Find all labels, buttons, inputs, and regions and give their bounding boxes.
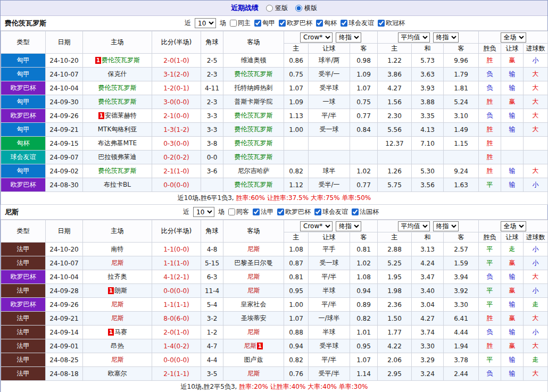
league-filter[interactable]: 匈杯 (316, 19, 337, 28)
team-cell[interactable]: 费伦茨瓦罗斯 (223, 109, 284, 123)
team-link[interactable]: 保克什 (108, 70, 127, 78)
league-filter[interactable]: 欧罗巴杯 (279, 19, 312, 28)
team-link[interactable]: 费伦茨瓦罗斯 (235, 112, 273, 119)
team-link[interactable]: MTK匈格利亚 (98, 126, 137, 133)
team-link[interactable]: 费伦茨瓦罗斯 (235, 139, 273, 147)
team-link[interactable]: 尼尔吉哈萨 (238, 167, 270, 174)
team-link[interactable]: 皇家社会 (241, 301, 267, 308)
team-cell[interactable]: 布拉卡BL (83, 178, 152, 192)
league-filter-checkbox[interactable] (279, 20, 286, 27)
team-cell[interactable]: 费伦茨瓦罗斯 (223, 178, 284, 192)
team-link[interactable]: 昂热 (111, 342, 124, 349)
team-cell[interactable]: 尼斯 (223, 326, 284, 339)
team-cell[interactable]: 巴黎圣日尔曼 (223, 256, 284, 270)
team-link[interactable]: 南特 (111, 245, 124, 253)
team-cell[interactable]: 尼斯 (83, 353, 152, 367)
team-cell[interactable]: 尼斯1 (223, 339, 284, 353)
scope-select[interactable]: 全场 (501, 221, 526, 231)
team-link[interactable]: 图卢兹 (244, 356, 263, 363)
league-filter-checkbox[interactable] (378, 20, 385, 27)
league-filter-checkbox[interactable] (316, 20, 323, 27)
team-cell[interactable]: 尼斯 (223, 270, 284, 284)
team-link[interactable]: 维迪奥顿 (241, 56, 267, 64)
league-filter-checkbox[interactable] (254, 20, 261, 27)
team-cell[interactable]: 1马赛 (83, 326, 152, 339)
league-filter[interactable]: 欧冠杯 (378, 19, 405, 28)
same-venue-checkbox[interactable] (230, 20, 237, 27)
team-cell[interactable]: 尼尔吉哈萨 (223, 164, 284, 178)
team-cell[interactable]: 费伦茨瓦罗斯 (223, 137, 284, 151)
league-filter-checkbox[interactable] (352, 208, 359, 215)
league-filter[interactable]: 法甲 (253, 207, 273, 216)
team-cell[interactable]: 南特 (83, 243, 152, 256)
odds-time-select[interactable]: 终指 (336, 32, 361, 43)
layout-horizontal-radio-input[interactable] (295, 5, 302, 12)
team-link[interactable]: 托特纳姆热刺 (235, 84, 273, 91)
team-cell[interactable]: 尼斯 (223, 367, 284, 381)
euro-source-select[interactable]: 平均值 (398, 32, 430, 43)
team-link[interactable]: 马赛 (114, 328, 127, 336)
league-filter[interactable]: 法国杯 (352, 207, 379, 216)
match-count-select[interactable]: 10 (195, 18, 216, 28)
league-filter-checkbox[interactable] (341, 20, 347, 27)
team-cell[interactable]: 尼斯 (223, 284, 284, 298)
team-cell[interactable]: 尼斯 (83, 256, 152, 270)
team-cell[interactable]: 昂热 (83, 339, 152, 353)
layout-horizontal-radio[interactable]: 横版 (295, 4, 317, 13)
league-filter-checkbox[interactable] (314, 208, 321, 215)
team-link[interactable]: 巴黎圣日尔曼 (235, 259, 273, 266)
team-cell[interactable]: 普斯卡斯学院 (223, 95, 284, 109)
team-cell[interactable]: 费伦茨瓦罗斯 (223, 123, 284, 137)
team-link[interactable]: 尼斯 (247, 370, 260, 377)
team-cell[interactable]: 维迪奥顿 (223, 54, 284, 68)
team-link[interactable]: 拉齐奥 (108, 273, 127, 280)
odds-company-select[interactable]: Crow* (300, 32, 333, 43)
team-link[interactable]: 费伦茨瓦罗斯 (235, 70, 273, 78)
team-cell[interactable]: 保克什 (83, 68, 152, 81)
team-cell[interactable]: 尼斯 (223, 243, 284, 256)
league-filter[interactable]: 欧罗巴杯 (277, 207, 311, 216)
same-venue-filter[interactable]: 同客 (228, 207, 249, 216)
team-link[interactable]: 费伦茨瓦罗斯 (235, 126, 273, 133)
league-filter[interactable]: 球会友谊 (314, 207, 348, 216)
same-venue-checkbox[interactable] (228, 208, 235, 215)
team-link[interactable]: 巴拉顿弗莱迪 (98, 153, 137, 161)
euro-time-select[interactable]: 终指 (433, 221, 459, 231)
team-cell[interactable]: 欧塞尔 (83, 367, 152, 381)
league-filter[interactable]: 球会友谊 (341, 19, 374, 28)
team-link[interactable]: 尼斯 (111, 301, 124, 308)
team-link[interactable]: 布达弗基MTE (98, 139, 137, 147)
team-cell[interactable]: 费伦茨瓦罗斯 (83, 81, 152, 95)
team-link[interactable]: 圣埃蒂安 (241, 314, 267, 322)
team-link[interactable]: 尼斯 (247, 328, 260, 336)
team-link[interactable]: 安德莱赫特 (105, 112, 137, 119)
team-link[interactable]: 普斯卡斯学院 (235, 98, 273, 105)
team-link[interactable]: 费伦茨瓦罗斯 (98, 84, 137, 91)
team-link[interactable]: 费伦茨瓦罗斯 (98, 98, 137, 105)
team-cell[interactable]: 托特纳姆热刺 (223, 81, 284, 95)
euro-time-select[interactable]: 终指 (433, 32, 459, 43)
team-cell[interactable]: 巴拉顿弗莱迪 (83, 151, 152, 164)
euro-source-select[interactable]: 平均值 (398, 221, 430, 231)
team-cell[interactable]: MTK匈格利亚 (83, 123, 152, 137)
team-cell[interactable]: 1费伦茨瓦罗斯 (83, 54, 152, 68)
team-cell[interactable]: 费伦茨瓦罗斯 (223, 151, 284, 164)
team-link[interactable]: 费伦茨瓦罗斯 (98, 167, 137, 174)
team-link[interactable]: 欧塞尔 (108, 370, 127, 377)
league-filter-checkbox[interactable] (277, 208, 284, 215)
team-link[interactable]: 费伦茨瓦罗斯 (235, 181, 273, 188)
team-link[interactable]: 尼斯 (111, 356, 124, 363)
league-filter-checkbox[interactable] (253, 208, 260, 215)
team-cell[interactable]: 1朗斯 (83, 284, 152, 298)
team-cell[interactable]: 拉齐奥 (83, 270, 152, 284)
team-cell[interactable]: 布达弗基MTE (83, 137, 152, 151)
same-venue-filter[interactable]: 同主 (230, 19, 251, 28)
league-filter[interactable]: 匈甲 (254, 19, 275, 28)
team-link[interactable]: 尼斯 (247, 245, 260, 253)
team-cell[interactable]: 圣埃蒂安 (223, 312, 284, 326)
team-link[interactable]: 尼斯 (111, 314, 124, 322)
team-link[interactable]: 尼斯 (244, 342, 256, 349)
match-count-select[interactable]: 10 (193, 207, 214, 217)
team-link[interactable]: 朗斯 (114, 287, 127, 294)
team-link[interactable]: 布拉卡BL (104, 181, 131, 188)
